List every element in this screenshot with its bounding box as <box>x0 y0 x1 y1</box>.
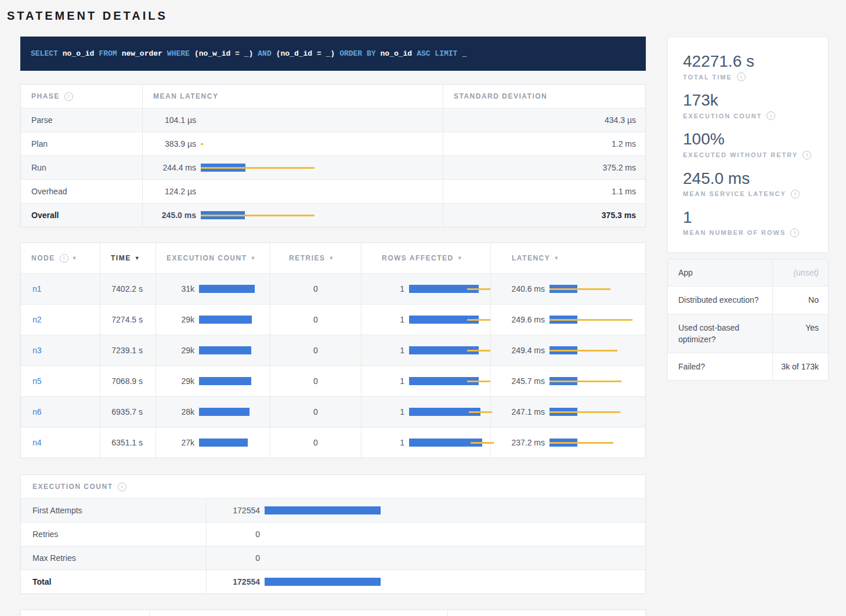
execution-count-bar <box>265 530 646 538</box>
rows-affected-table: Mean Rows Standard Deviation Rows Affect… <box>20 610 646 616</box>
retries-value: 0 <box>270 397 361 427</box>
phase-label: Run <box>21 156 143 179</box>
rows-affected-bar <box>409 285 490 293</box>
execution-count-cell: 29k <box>156 366 270 396</box>
retries-value: 0 <box>270 274 361 304</box>
execution-count-cell: 31k <box>156 274 270 304</box>
execution-count-bar <box>199 316 270 324</box>
time-column-header[interactable]: Time ▼ <box>100 243 156 273</box>
execution-count-cell: 29k <box>156 335 270 365</box>
mean-latency-cell: 383.9 µs <box>143 132 443 155</box>
stat-label: Mean Service Latencyi <box>683 190 813 198</box>
retries-column-header[interactable]: Retries ▼ <box>270 243 361 273</box>
stat-mean-number-of-rows: 1 Mean Number of Rowsi <box>683 208 813 237</box>
rows-affected-cell: 1 <box>361 366 491 396</box>
node-link[interactable]: n5 <box>32 376 42 386</box>
latency-bar <box>549 439 646 447</box>
node-cell: n4 <box>21 427 100 458</box>
sort-icon[interactable]: ▼ <box>72 255 78 261</box>
exec-count-cell: 172554 <box>207 570 646 593</box>
phase-label: Overall <box>21 204 143 227</box>
detail-value: Yes <box>773 314 828 353</box>
info-icon[interactable]: i <box>767 111 775 120</box>
std-dev-value: 1.1 ms <box>443 180 646 203</box>
table-row: Total 172554 <box>21 570 645 593</box>
info-icon[interactable]: i <box>64 92 73 101</box>
rows-affected-bar <box>409 408 490 416</box>
info-icon[interactable]: i <box>118 483 126 491</box>
rows-affected-cell: 1 <box>361 335 491 365</box>
node-cell: n5 <box>21 366 100 396</box>
mean-latency-column-header: Mean Latency <box>143 85 443 108</box>
std-dev-value: 375.3 ms <box>443 204 646 227</box>
info-icon[interactable]: i <box>790 229 799 237</box>
info-icon[interactable]: i <box>737 73 746 81</box>
latency-cell: 249.6 ms <box>491 305 646 335</box>
latency-cell: 245.7 ms <box>491 366 646 396</box>
execution-count-bar <box>199 377 270 385</box>
detail-value: No <box>773 287 828 313</box>
time-value: 7068.9 s <box>100 366 156 396</box>
info-icon[interactable]: i <box>791 190 800 198</box>
execution-count-column-header[interactable]: Execution Count ▼ <box>156 243 270 273</box>
table-row: n2 7274.5 s 29k 0 1 249.6 ms <box>21 304 645 335</box>
latency-bar <box>201 140 443 148</box>
detail-label: App <box>668 259 773 286</box>
node-cell: n1 <box>21 274 100 304</box>
detail-label: Distributed execution? <box>668 287 773 313</box>
latency-column-header[interactable]: Latency ▼ <box>491 243 646 273</box>
node-column-header[interactable]: Node i ▼ <box>21 243 100 273</box>
stat-label: Execution Counti <box>683 111 813 120</box>
summary-stats-card: 42271.6 s Total Timei 173k Execution Cou… <box>667 37 829 253</box>
node-link[interactable]: n4 <box>32 438 42 447</box>
info-icon[interactable]: i <box>60 254 68 263</box>
detail-value: 3k of 173k <box>773 353 828 380</box>
node-link[interactable]: n6 <box>32 407 42 416</box>
sql-keyword: AND <box>258 49 271 58</box>
latency-bar <box>201 211 443 219</box>
sort-icon[interactable]: ▼ <box>329 255 335 261</box>
stat-value: 42271.6 s <box>683 52 813 71</box>
stat-mean-service-latency: 245.0 ms Mean Service Latencyi <box>683 169 813 198</box>
node-link[interactable]: n2 <box>32 315 42 324</box>
retries-value: 0 <box>270 305 361 335</box>
std-dev-value: 375.2 ms <box>443 156 646 179</box>
time-value: 6351.1 s <box>100 427 156 458</box>
execution-count-bar <box>199 439 270 447</box>
mean-rows-column-header: Mean Rows <box>150 610 448 616</box>
sql-identifier: new_order <box>122 49 162 58</box>
stat-total-time: 42271.6 s Total Timei <box>683 52 813 81</box>
stat-execution-count: 173k Execution Counti <box>683 91 813 120</box>
table-row: n4 6351.1 s 27k 0 1 237.2 ms <box>21 427 645 458</box>
latency-cell: 249.4 ms <box>491 335 646 365</box>
sort-icon[interactable]: ▼ <box>554 255 559 261</box>
node-link[interactable]: n3 <box>32 346 42 355</box>
exec-row-label: First Attempts <box>21 499 207 522</box>
standard-deviation-column-header: Standard Deviation <box>443 85 646 108</box>
exec-row-label: Total <box>21 570 207 593</box>
detail-row-app: App (unset) <box>668 259 828 286</box>
latency-bar <box>549 377 646 385</box>
info-icon[interactable]: i <box>802 151 811 160</box>
mean-latency-cell: 244.4 ms <box>143 156 443 179</box>
rows-affected-bar <box>409 377 490 385</box>
sql-identifier: no_o_id <box>381 49 413 58</box>
latency-bar <box>549 346 646 354</box>
sort-icon[interactable]: ▼ <box>135 255 140 261</box>
rows-affected-cell: 1 <box>361 305 491 335</box>
mean-latency-value: 124.2 µs <box>153 187 196 196</box>
mean-latency-value: 383.9 µs <box>153 139 196 148</box>
mean-latency-value: 104.1 µs <box>153 115 196 125</box>
latency-bar <box>201 116 443 124</box>
stat-value: 245.0 ms <box>683 169 813 188</box>
table-row: Max Retries 0 <box>21 546 645 570</box>
stat-label: Total Timei <box>683 73 813 81</box>
phase-label: Overhead <box>21 180 143 203</box>
node-link[interactable]: n1 <box>32 284 42 293</box>
std-dev-value: 1.2 ms <box>443 132 646 155</box>
statement-details-card: App (unset) Distributed execution? No Us… <box>667 259 829 381</box>
time-value: 7274.5 s <box>100 305 156 335</box>
sort-icon[interactable]: ▼ <box>457 255 463 261</box>
sort-icon[interactable]: ▼ <box>251 255 256 261</box>
rows-affected-column-header[interactable]: Rows Affected ▼ <box>361 243 491 273</box>
